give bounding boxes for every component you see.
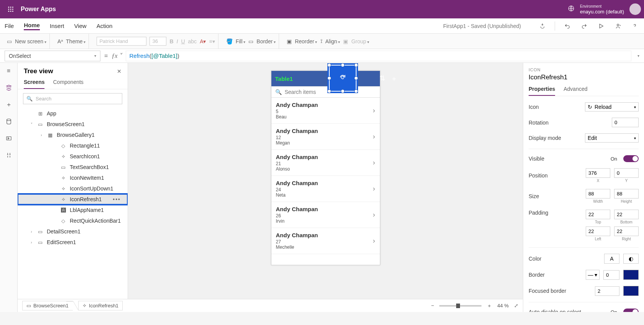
theme-button[interactable]: Theme [66, 38, 85, 44]
tree-node-BrowseGallery1[interactable]: ›▦BrowseGallery1 [18, 130, 128, 140]
strike-icon[interactable]: abc [188, 38, 197, 44]
underline-icon[interactable]: U [181, 38, 185, 44]
prop-visible-toggle[interactable] [623, 155, 639, 162]
menu-file[interactable]: File [5, 23, 14, 29]
prop-padding-top[interactable] [586, 210, 610, 219]
fit-icon[interactable]: ⤢ [514, 303, 518, 309]
prop-padding-bottom[interactable] [614, 210, 639, 219]
zoom-out-icon[interactable]: − [431, 303, 434, 309]
prop-border-color[interactable] [623, 270, 639, 280]
gallery-item[interactable]: Andy Champan24Neta› [271, 176, 380, 202]
property-selector[interactable]: OnSelect▾ [5, 51, 100, 61]
prop-icon-select[interactable]: ↻Reload▾ [585, 102, 639, 112]
selected-icon-overlay[interactable] [327, 63, 358, 93]
menu-action[interactable]: Action [97, 23, 113, 29]
advanced-tools-icon[interactable] [5, 151, 13, 159]
font-size-input[interactable]: 36 [150, 37, 166, 46]
gallery-item[interactable]: Andy Champan21Alonso› [271, 150, 380, 176]
align-button[interactable]: Align [325, 38, 340, 44]
app-launcher-icon[interactable] [3, 0, 18, 18]
sort-icon[interactable]: ⇅ [380, 74, 385, 83]
prop-border-style[interactable]: — ▾ [586, 270, 600, 280]
expand-icon[interactable]: › [29, 230, 34, 234]
gallery-item[interactable]: Andy Champan12Megan› [271, 124, 380, 150]
gallery-item[interactable]: Andy Champan27Mechelle› [271, 228, 380, 254]
new-screen-button[interactable]: New screen [15, 38, 46, 44]
tab-properties[interactable]: Properties [529, 86, 555, 96]
expand-icon[interactable]: › [29, 240, 34, 245]
menu-home[interactable]: Home [24, 22, 40, 30]
media-pane-icon[interactable] [5, 134, 13, 143]
prop-focusborder-color[interactable] [623, 286, 639, 296]
tree-node-Rectangle11[interactable]: ◇Rectangle11 [18, 140, 128, 151]
redo-icon[interactable] [580, 21, 589, 31]
tree-node-SearchIcon1[interactable]: ✧SearchIcon1 [18, 151, 128, 162]
prop-rotation-input[interactable] [612, 118, 639, 127]
expand-icon[interactable]: › [39, 133, 44, 137]
phone-search-input[interactable]: 🔍 Search items [271, 86, 380, 98]
tree-view-icon[interactable] [5, 84, 13, 92]
prop-color-bg[interactable]: ◐ [623, 254, 639, 264]
prop-focusborder-width[interactable] [595, 286, 619, 296]
tree-node-BrowseScreen1[interactable]: ˅▭BrowseScreen1 [18, 119, 128, 130]
tree-node-IconSortUpDown1[interactable]: ✧IconSortUpDown1 [18, 183, 128, 194]
prop-padding-left[interactable] [586, 227, 610, 236]
formula-expand-icon[interactable]: ▾ [637, 54, 639, 58]
formula-input[interactable]: Refresh([@Table1]) [126, 51, 631, 61]
app-checker-icon[interactable] [538, 21, 547, 31]
menu-insert[interactable]: Insert [50, 23, 64, 29]
undo-icon[interactable] [563, 21, 572, 31]
add-icon[interactable]: ＋ [391, 74, 398, 83]
tree-node-IconNewItem1[interactable]: ✧IconNewItem1 [18, 172, 128, 183]
browse-gallery[interactable]: Andy Champan5Beau›Andy Champan12Megan›An… [271, 98, 380, 265]
chevron-right-icon[interactable]: › [373, 185, 375, 193]
prop-size-w[interactable] [586, 189, 610, 199]
italic-icon[interactable]: I [177, 38, 178, 44]
prop-color-text[interactable]: A [604, 254, 619, 264]
reorder-button[interactable]: Reorder [295, 38, 317, 44]
play-icon[interactable] [596, 21, 606, 31]
insert-pane-icon[interactable]: ＋ [5, 100, 13, 109]
tree-node-TextSearchBox1[interactable]: ▭TextSearchBox1 [18, 162, 128, 172]
chevron-right-icon[interactable]: › [373, 159, 375, 167]
prop-position-x[interactable] [586, 168, 610, 178]
breadcrumb-screen[interactable]: ▭BrowseScreen1 [22, 301, 73, 310]
help-icon[interactable] [630, 21, 639, 31]
gallery-item[interactable]: Andy Champan26Irvin› [271, 202, 380, 228]
share-icon[interactable] [613, 21, 623, 31]
tab-advanced[interactable]: Advanced [564, 86, 587, 96]
menu-view[interactable]: View [74, 23, 86, 29]
text-align-icon[interactable]: ≡▾ [209, 38, 215, 44]
tab-components[interactable]: Components [53, 79, 83, 89]
canvas[interactable]: Table1 ⇅ ＋ 🔍 Sear [128, 63, 523, 312]
close-icon[interactable]: ✕ [117, 68, 122, 74]
tree-node-RectQuickActionBar1[interactable]: ◇RectQuickActionBar1 [18, 215, 128, 226]
user-avatar[interactable] [629, 3, 641, 15]
tree-node-LblAppName1[interactable]: 🅰LblAppName1 [18, 205, 128, 215]
more-icon[interactable]: ••• [113, 196, 121, 202]
tree-search-input[interactable]: 🔍 Search [23, 93, 122, 104]
chevron-right-icon[interactable]: › [373, 211, 375, 219]
tree-node-App[interactable]: ⊞App [18, 108, 128, 119]
font-color-icon[interactable]: A▾ [200, 38, 206, 44]
chevron-right-icon[interactable]: › [373, 237, 375, 245]
gallery-item[interactable]: Andy Champan5Beau› [271, 98, 380, 124]
prop-position-y[interactable] [614, 168, 639, 178]
bold-icon[interactable]: B [169, 38, 173, 44]
tab-screens[interactable]: Screens [24, 79, 44, 89]
hamburger-icon[interactable]: ≡ [5, 67, 13, 75]
prop-displaymode-select[interactable]: Edit▾ [585, 133, 639, 143]
chevron-right-icon[interactable]: › [373, 107, 375, 115]
zoom-in-icon[interactable]: ＋ [487, 302, 492, 309]
fx-icon[interactable]: ƒx ˅ [112, 52, 122, 59]
data-pane-icon[interactable] [5, 117, 13, 126]
expand-icon[interactable]: ˅ [29, 122, 34, 126]
prop-size-h[interactable] [614, 189, 639, 199]
prop-border-width[interactable] [603, 270, 619, 280]
fill-button[interactable]: Fill [236, 38, 246, 44]
tree-node-EditScreen1[interactable]: ›▭EditScreen1 [18, 237, 128, 248]
prop-autodisable-toggle[interactable] [623, 309, 639, 312]
tree-node-DetailScreen1[interactable]: ›▭DetailScreen1 [18, 226, 128, 237]
group-button[interactable]: Group [351, 38, 369, 44]
tree-node-IconRefresh1[interactable]: ✧IconRefresh1••• [18, 194, 128, 205]
